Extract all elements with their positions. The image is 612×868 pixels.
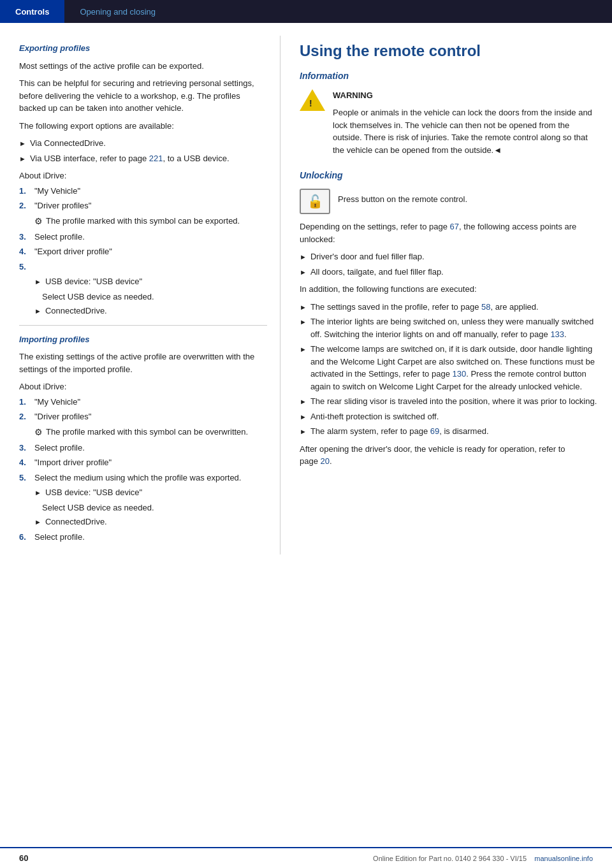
export-step-5a2: Select USB device as needed. <box>42 291 267 303</box>
export-p3: The following export options are availab… <box>19 120 267 133</box>
step-num: 5. <box>19 472 29 484</box>
page-footer: 60 Online Edition for Part no. 0140 2 96… <box>0 847 612 868</box>
import-p1: The existing settings of the active prof… <box>19 351 267 375</box>
export-steps: 1. "My Vehicle" 2. "Driver profiles" ⚙ T… <box>19 185 267 317</box>
warning-content: WARNING People or animals in the vehicle… <box>333 89 599 162</box>
step-text: Select USB device as needed. <box>42 291 154 303</box>
step-text: "My Vehicle" <box>34 396 80 409</box>
export-step-4: 4. "Export driver profile" <box>19 245 267 258</box>
export-p1: Most settings of the active profile can … <box>19 60 267 73</box>
func-bullet-5: ► Anti-theft protection is switched off. <box>300 410 599 423</box>
func-bullet-3-text: The welcome lamps are switched on, if it… <box>310 343 599 393</box>
bullet-arrow-icon: ► <box>34 277 41 287</box>
unlock-instruction: Press button on the remote control. <box>338 193 467 206</box>
step-num: 3. <box>19 442 29 454</box>
unlock-p1: Depending on the settings, refer to page… <box>300 221 599 245</box>
exporting-title: Exporting profiles <box>19 42 267 55</box>
bullet-arrow-icon: ► <box>300 426 307 437</box>
unlock-bullet-1-text: Driver's door and fuel filler flap. <box>310 250 425 263</box>
step-num: 3. <box>19 231 29 243</box>
func-bullet-6: ► The alarm system, refer to page 69, is… <box>300 425 599 438</box>
gear-icon: ⚙ <box>34 426 43 439</box>
unlock-icon-box: 🔓 <box>300 189 330 214</box>
unlock-bullet-2-text: All doors, tailgate, and fuel filler fla… <box>310 266 444 278</box>
step-text: Select the medium using which the profil… <box>34 472 241 484</box>
step-text: "Import driver profile" <box>34 456 112 469</box>
bullet-arrow-icon: ► <box>34 517 41 528</box>
step-num: 4. <box>19 456 29 469</box>
gear-icon: ⚙ <box>34 215 43 228</box>
import-step-6: 6. Select profile. <box>19 531 267 544</box>
export-bullet-1-text: Via ConnectedDrive. <box>30 137 106 150</box>
main-title: Using the remote control <box>300 42 599 61</box>
page-ref-69: 69 <box>430 426 439 436</box>
unlock-icon: 🔓 <box>307 194 323 209</box>
func-bullet-6-text: The alarm system, refer to page 69, is d… <box>310 425 489 438</box>
import-step-5: 5. Select the medium using which the pro… <box>19 472 267 484</box>
unlock-bullet-1: ► Driver's door and fuel filler flap. <box>300 250 599 263</box>
step-text: Select profile. <box>34 531 85 544</box>
bullet-arrow-icon: ► <box>19 154 26 164</box>
func-bullet-5-text: Anti-theft protection is switched off. <box>310 410 439 423</box>
footer-site: manualsonline.info <box>534 855 593 862</box>
functions-p: In addition, the following functions are… <box>300 283 599 296</box>
bullet-arrow-icon: ► <box>300 317 307 328</box>
step-text: "My Vehicle" <box>34 185 80 198</box>
nav-controls[interactable]: Controls <box>0 0 64 23</box>
func-bullet-2-text: The interior lights are being switched o… <box>310 315 599 340</box>
import-step-5a2: Select USB device as needed. <box>42 502 267 514</box>
top-navigation: Controls Opening and closing <box>0 0 612 23</box>
step-text: The profile marked with this symbol can … <box>46 215 240 228</box>
unlocking-row: 🔓 Press button on the remote control. <box>300 189 599 214</box>
step-text: USB device: "USB device" <box>45 486 142 499</box>
import-step-2: 2. "Driver profiles" <box>19 410 267 423</box>
import-step-5a: ► USB device: "USB device" <box>34 486 267 499</box>
about-idrive-label2: About iDrive: <box>19 380 267 393</box>
step-num: 6. <box>19 531 29 544</box>
import-step-1: 1. "My Vehicle" <box>19 396 267 409</box>
section-separator <box>19 325 267 326</box>
footer-text: Online Edition for Part no. 0140 2 964 3… <box>373 855 593 862</box>
step-text: USB device: "USB device" <box>45 275 142 288</box>
nav-opening-closing[interactable]: Opening and closing <box>64 0 171 23</box>
export-bullet-2: ► Via USB interface, refer to page 221, … <box>19 152 267 165</box>
warning-text: People or animals in the vehicle can loc… <box>333 106 599 156</box>
func-bullet-1-text: The settings saved in the profile, refer… <box>310 301 539 314</box>
left-column: Exporting profiles Most settings of the … <box>0 36 280 554</box>
footer-text-content: Online Edition for Part no. 0140 2 964 3… <box>373 855 527 862</box>
func-bullet-1: ► The settings saved in the profile, ref… <box>300 301 599 314</box>
export-step-1: 1. "My Vehicle" <box>19 185 267 198</box>
import-step-2a: ⚙ The profile marked with this symbol ca… <box>34 426 267 439</box>
export-step-5a: ► USB device: "USB device" <box>34 275 267 288</box>
export-bullet-1: ► Via ConnectedDrive. <box>19 137 267 150</box>
bullet-arrow-icon: ► <box>300 252 307 263</box>
export-step-5b: ► ConnectedDrive. <box>34 305 267 317</box>
warning-triangle-icon <box>300 89 325 111</box>
about-idrive-label: About iDrive: <box>19 170 267 182</box>
export-step-2: 2. "Driver profiles" <box>19 199 267 212</box>
export-step-2a: ⚙ The profile marked with this symbol ca… <box>34 215 267 228</box>
func-bullet-3: ► The welcome lamps are switched on, if … <box>300 343 599 393</box>
bullet-arrow-icon: ► <box>300 267 307 278</box>
bullet-arrow-icon: ► <box>300 344 307 355</box>
func-bullet-2: ► The interior lights are being switched… <box>300 315 599 340</box>
func-bullet-4-text: The rear sliding visor is traveled into … <box>310 395 597 408</box>
step-text: ConnectedDrive. <box>45 516 107 528</box>
bullet-arrow-icon: ► <box>34 306 41 317</box>
bullet-arrow-icon: ► <box>19 138 26 149</box>
step-text: Select USB device as needed. <box>42 502 154 514</box>
warning-box: WARNING People or animals in the vehicle… <box>300 89 599 162</box>
page-ref-58: 58 <box>481 302 490 312</box>
after-p: After opening the driver's door, the veh… <box>300 443 599 468</box>
bullet-arrow-icon: ► <box>300 302 307 313</box>
step-text: The profile marked with this symbol can … <box>46 426 248 438</box>
export-p2: This can be helpful for securing and ret… <box>19 77 267 115</box>
page-ref-221: 221 <box>149 154 163 163</box>
nav-opening-label: Opening and closing <box>80 7 156 17</box>
content-area: Exporting profiles Most settings of the … <box>0 23 612 580</box>
import-step-3: 3. Select profile. <box>19 442 267 454</box>
step-text: "Driver profiles" <box>34 410 91 423</box>
step-num: 4. <box>19 245 29 258</box>
unlock-bullets: ► Driver's door and fuel filler flap. ► … <box>300 250 599 278</box>
import-step-5b: ► ConnectedDrive. <box>34 516 267 528</box>
